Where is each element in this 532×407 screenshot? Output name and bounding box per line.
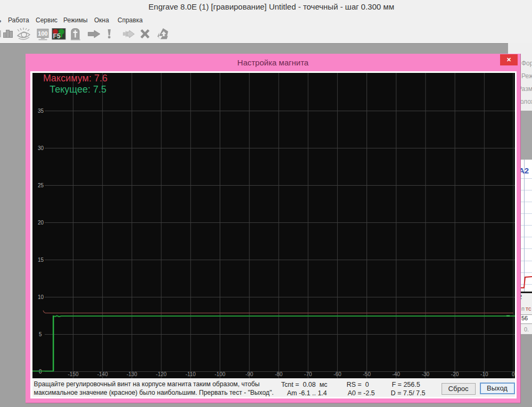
svg-text:5: 5 [39,331,42,337]
svg-text:30: 30 [38,145,44,151]
svg-text:-70: -70 [304,371,312,377]
svg-text:-90: -90 [245,371,253,377]
svg-text:100: 100 [38,30,47,37]
svg-text:35: 35 [38,108,44,114]
svg-text:-120: -120 [156,371,167,377]
svg-text:Максимум: 7.6: Максимум: 7.6 [43,73,107,84]
svg-text:-110: -110 [185,371,196,377]
svg-text:-50: -50 [363,371,371,377]
svg-text:25: 25 [38,182,44,188]
svg-text:-140: -140 [97,371,107,377]
svg-text:-130: -130 [126,371,137,377]
svg-text:-30: -30 [421,371,429,377]
svg-text:-20: -20 [451,371,459,377]
svg-text:-60: -60 [334,371,342,377]
svg-text:Текущее: 7.5: Текущее: 7.5 [49,84,106,95]
svg-text:20: 20 [38,220,44,226]
svg-text:-100: -100 [214,371,225,377]
svg-text:-150: -150 [68,371,78,377]
svg-text:5: 5 [57,32,61,40]
svg-text:F: F [53,32,57,40]
svg-text:-80: -80 [275,371,282,377]
svg-text:-10: -10 [480,371,488,377]
svg-text:15: 15 [38,257,44,263]
svg-text:0: 0 [512,371,515,377]
svg-text:10: 10 [38,294,44,300]
svg-text:-40: -40 [392,371,400,377]
